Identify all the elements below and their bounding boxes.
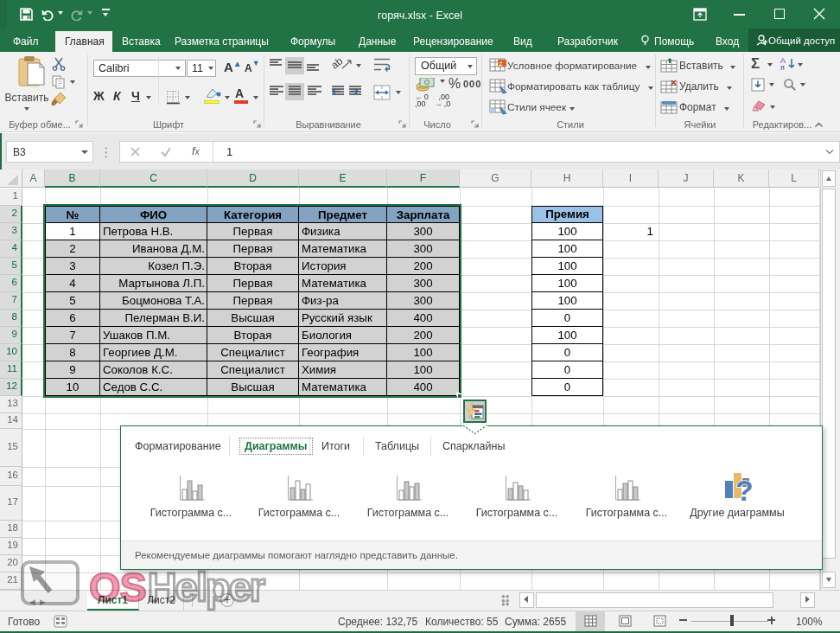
svg-text:?: ?	[735, 474, 752, 503]
svg-text:≠: ≠	[499, 60, 503, 68]
